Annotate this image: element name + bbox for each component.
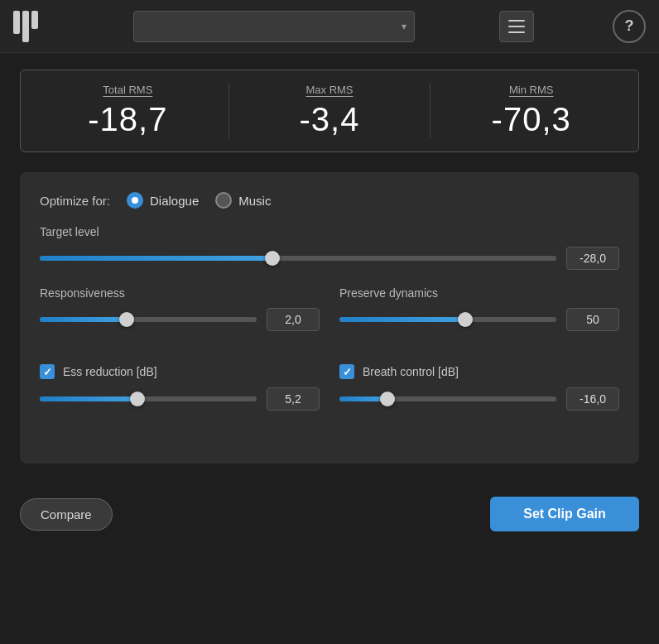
track-dropdown-container: ▾ xyxy=(133,11,415,42)
breath-slider[interactable] xyxy=(339,396,556,401)
breath-slider-row: -16,0 xyxy=(339,387,619,411)
breath-checkbox[interactable]: ✓ xyxy=(339,364,354,379)
preserve-dynamics-track xyxy=(339,317,556,322)
ess-value[interactable]: 5,2 xyxy=(267,387,320,411)
set-clip-gain-button[interactable]: Set Clip Gain xyxy=(490,497,639,531)
logo-icon xyxy=(13,11,38,42)
target-level-label: Target level xyxy=(40,225,619,238)
preserve-dynamics-fill xyxy=(339,317,465,322)
ess-checkbox-row: ✓ Ess reduction [dB] xyxy=(40,364,320,379)
breath-checkbox-row: ✓ Breath control [dB] xyxy=(339,364,619,379)
optimize-for-label: Optimize for: xyxy=(40,194,110,208)
checkbox-sliders: ✓ Ess reduction [dB] 5,2 xyxy=(40,364,619,427)
min-rms-item: Min RMS -70,3 xyxy=(444,84,618,138)
breath-control-section: ✓ Breath control [dB] -16,0 xyxy=(339,364,619,427)
dialogue-radio-option[interactable]: Dialogue xyxy=(127,192,199,209)
preserve-dynamics-value[interactable]: 50 xyxy=(566,308,619,331)
ess-checkmark: ✓ xyxy=(43,366,52,378)
track-dropdown[interactable] xyxy=(133,11,415,42)
music-radio-label: Music xyxy=(238,194,271,208)
breath-checkmark: ✓ xyxy=(343,366,352,378)
ess-checkbox[interactable]: ✓ xyxy=(40,364,55,379)
total-rms-value: -18,7 xyxy=(41,101,215,138)
total-rms-item: Total RMS -18,7 xyxy=(41,84,229,138)
breath-track xyxy=(339,396,556,401)
target-level-fill xyxy=(40,256,272,261)
breath-thumb[interactable] xyxy=(380,392,395,406)
music-radio-option[interactable]: Music xyxy=(215,192,271,209)
min-rms-value: -70,3 xyxy=(444,101,618,138)
responsiveness-section: Responsiveness 2,0 xyxy=(40,286,320,348)
hamburger-line-1 xyxy=(508,20,525,22)
responsiveness-thumb[interactable] xyxy=(119,312,134,327)
ess-slider[interactable] xyxy=(40,396,257,401)
breath-label: Breath control [dB] xyxy=(363,365,459,378)
preserve-dynamics-thumb[interactable] xyxy=(458,312,473,327)
main-content: Total RMS -18,7 Max RMS -3,4 Min RMS -70… xyxy=(0,53,659,480)
hamburger-line-3 xyxy=(508,31,525,33)
breath-value[interactable]: -16,0 xyxy=(566,387,619,411)
ess-track xyxy=(40,396,257,401)
hamburger-line-2 xyxy=(508,26,525,27)
max-rms-value: -3,4 xyxy=(243,101,417,138)
logo-bar-3 xyxy=(31,11,38,29)
preserve-dynamics-slider[interactable] xyxy=(339,317,556,322)
dialogue-radio-button[interactable] xyxy=(127,192,143,209)
target-level-value[interactable]: -28,0 xyxy=(566,247,619,270)
settings-panel: Optimize for: Dialogue Music Target leve… xyxy=(20,172,639,464)
responsiveness-label: Responsiveness xyxy=(40,286,320,300)
preserve-dynamics-label: Preserve dynamics xyxy=(339,286,619,300)
target-level-slider[interactable] xyxy=(40,256,556,261)
two-col-sliders: Responsiveness 2,0 Preserve dynamics xyxy=(40,286,619,348)
ess-slider-row: 5,2 xyxy=(40,387,320,411)
help-button[interactable]: ? xyxy=(613,10,646,43)
ess-thumb[interactable] xyxy=(130,392,145,406)
target-level-track xyxy=(40,256,556,261)
max-rms-label: Max RMS xyxy=(243,84,417,96)
responsiveness-value[interactable]: 2,0 xyxy=(267,308,320,331)
responsiveness-fill xyxy=(40,317,127,322)
responsiveness-slider[interactable] xyxy=(40,317,257,322)
preserve-dynamics-slider-row: 50 xyxy=(339,308,619,331)
target-level-thumb[interactable] xyxy=(265,251,280,266)
max-rms-item: Max RMS -3,4 xyxy=(243,84,431,138)
ess-reduction-section: ✓ Ess reduction [dB] 5,2 xyxy=(40,364,320,427)
logo-bar-2 xyxy=(22,11,29,42)
dialogue-radio-label: Dialogue xyxy=(150,194,199,208)
compare-button[interactable]: Compare xyxy=(20,498,113,531)
music-radio-button[interactable] xyxy=(215,192,232,209)
hamburger-menu-button[interactable] xyxy=(499,11,534,42)
min-rms-label: Min RMS xyxy=(444,84,618,96)
responsiveness-track xyxy=(40,317,257,322)
preserve-dynamics-section: Preserve dynamics 50 xyxy=(339,286,619,348)
bottom-bar: Compare Set Clip Gain xyxy=(0,480,659,545)
ess-fill xyxy=(40,396,137,401)
logo-bar-1 xyxy=(13,11,20,34)
rms-panel: Total RMS -18,7 Max RMS -3,4 Min RMS -70… xyxy=(20,70,639,152)
ess-label: Ess reduction [dB] xyxy=(63,365,157,378)
topbar: ▾ ? xyxy=(0,0,659,53)
target-level-slider-row: -28,0 xyxy=(40,247,619,270)
total-rms-label: Total RMS xyxy=(41,84,215,96)
optimize-for-row: Optimize for: Dialogue Music xyxy=(40,192,619,209)
responsiveness-slider-row: 2,0 xyxy=(40,308,320,331)
